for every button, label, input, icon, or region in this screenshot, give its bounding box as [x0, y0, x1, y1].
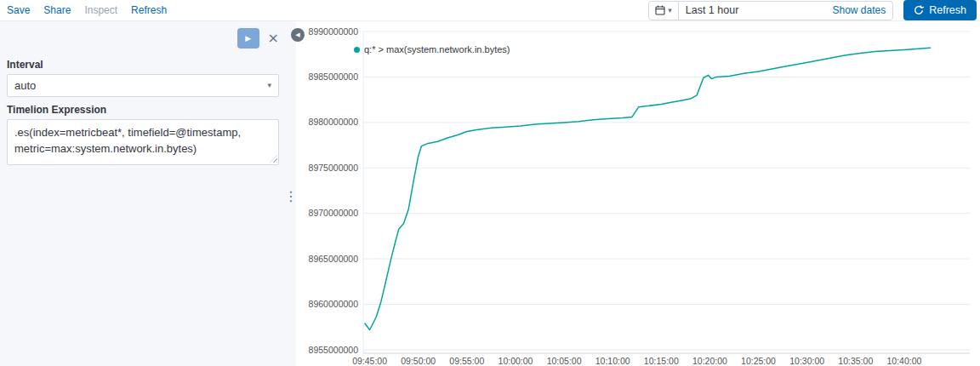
collapse-arrow-icon: ◀: [295, 32, 299, 38]
panel-actions: ▶ ×: [0, 28, 296, 52]
refresh-icon: [914, 5, 924, 15]
expression-field-wrap: .es(index=metricbeat*, timefield=@timest…: [7, 119, 279, 165]
chevron-down-icon: ▾: [267, 82, 271, 89]
svg-text:09:55:00: 09:55:00: [449, 356, 484, 366]
svg-text:10:40:00: 10:40:00: [886, 356, 921, 366]
svg-text:10:30:00: 10:30:00: [789, 356, 824, 366]
interval-select[interactable]: auto ▾: [7, 74, 279, 97]
svg-text:8980000000: 8980000000: [309, 117, 359, 127]
save-button[interactable]: Save: [7, 4, 30, 16]
timelion-chart[interactable]: 8955000000896000000089650000008970000000…: [306, 21, 980, 366]
top-toolbar: Save Share Inspect Refresh ▾: [0, 0, 980, 21]
svg-text:8975000000: 8975000000: [309, 163, 359, 173]
chevron-down-icon: ▾: [668, 7, 672, 14]
timelion-app: Save Share Inspect Refresh ▾: [0, 0, 980, 366]
svg-text:8970000000: 8970000000: [309, 208, 359, 218]
svg-text:10:10:00: 10:10:00: [595, 356, 630, 366]
collapse-panel-button[interactable]: ◀: [291, 28, 305, 42]
play-button[interactable]: ▶: [237, 28, 259, 49]
show-dates-button[interactable]: Show dates: [833, 4, 893, 16]
svg-text:8990000000: 8990000000: [309, 26, 359, 37]
svg-text:8985000000: 8985000000: [309, 71, 359, 82]
toolbar-nav: Save Share Inspect Refresh: [7, 4, 167, 16]
interval-selected-value: auto: [14, 79, 36, 92]
svg-text:8955000000: 8955000000: [309, 345, 359, 355]
panel-drag-handle[interactable]: ⋮: [284, 190, 298, 203]
refresh-link[interactable]: Refresh: [131, 4, 167, 16]
quick-select-button[interactable]: ▾: [649, 2, 679, 20]
interval-label: Interval: [7, 59, 279, 71]
share-button[interactable]: Share: [43, 4, 71, 16]
svg-text:10:20:00: 10:20:00: [692, 356, 727, 366]
calendar-icon: [655, 5, 665, 15]
inspect-button[interactable]: Inspect: [84, 4, 117, 16]
svg-text:09:50:00: 09:50:00: [401, 356, 436, 366]
svg-text:10:05:00: 10:05:00: [547, 356, 582, 366]
time-controls: ▾ Last 1 hour Show dates Refresh: [648, 0, 977, 20]
expression-sidebar: ▶ × Interval auto ▾ Timelion Expression …: [0, 21, 296, 366]
svg-text:09:45:00: 09:45:00: [352, 356, 387, 366]
svg-text:10:15:00: 10:15:00: [644, 356, 679, 366]
svg-text:10:00:00: 10:00:00: [499, 356, 533, 366]
play-icon: ▶: [245, 34, 251, 43]
super-date-picker: ▾ Last 1 hour Show dates: [648, 1, 893, 20]
svg-text:10:35:00: 10:35:00: [838, 356, 873, 366]
refresh-button-label: Refresh: [929, 4, 966, 16]
svg-text:8965000000: 8965000000: [309, 254, 359, 264]
close-panel-button[interactable]: ×: [268, 31, 279, 45]
main-content: ▶ × Interval auto ▾ Timelion Expression …: [0, 21, 980, 366]
date-range-value[interactable]: Last 1 hour: [679, 4, 746, 16]
expression-label: Timelion Expression: [7, 104, 279, 116]
svg-text:10:25:00: 10:25:00: [741, 356, 776, 366]
refresh-button[interactable]: Refresh: [903, 0, 977, 20]
expression-textarea[interactable]: .es(index=metricbeat*, timefield=@timest…: [7, 119, 279, 165]
chart-area: q:* > max(system.network.in.bytes) 89550…: [296, 21, 980, 366]
svg-text:8960000000: 8960000000: [309, 299, 359, 309]
